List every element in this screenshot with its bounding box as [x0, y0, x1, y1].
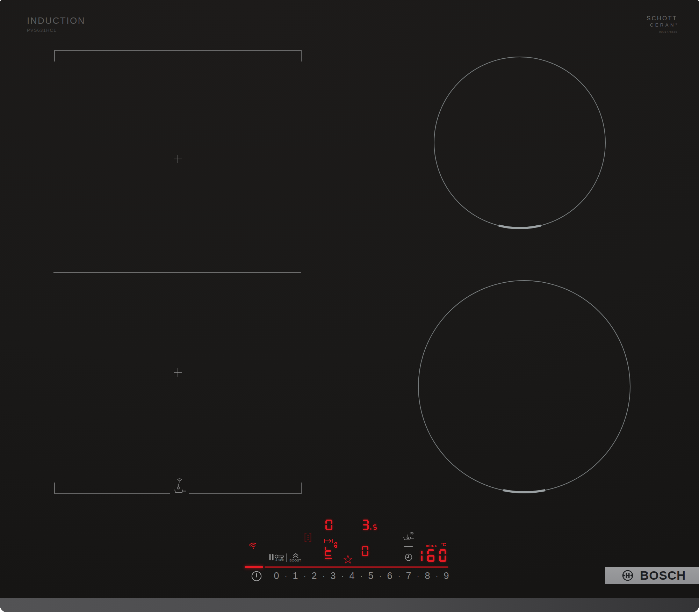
level-dot: ·	[304, 571, 306, 581]
clock-icon[interactable]	[404, 553, 413, 561]
boost-label[interactable]: BOOST	[288, 558, 303, 562]
slider-track[interactable]	[265, 566, 448, 568]
zone-rear-right-outline	[434, 57, 605, 228]
level-key-2[interactable]: 2	[311, 571, 317, 581]
zone-front-right-handle-mark	[503, 490, 545, 492]
level-key-9[interactable]: 9	[444, 571, 449, 581]
timer-unit-label: min:s	[426, 543, 437, 548]
level-dot: ·	[285, 571, 287, 581]
product-stage: INDUCTION PVS631HC1 SCHOTT CERAN® 900177…	[0, 0, 699, 616]
plus-mark-icon	[174, 155, 182, 163]
bosch-logo-text: BOSCH	[640, 569, 686, 582]
bosch-badge: BOSCH	[605, 567, 699, 584]
bosch-armature-icon	[622, 570, 634, 581]
display-thermometer-digit	[334, 542, 337, 548]
pan-sensor-icon[interactable]	[402, 531, 415, 542]
level-key-1[interactable]: 1	[293, 571, 298, 581]
sensor-level-mark	[404, 546, 413, 547]
level-key-6[interactable]: 6	[387, 571, 392, 581]
level-key-5[interactable]: 5	[368, 571, 373, 581]
level-dot: ·	[417, 571, 419, 581]
temperature-unit-label: °C	[441, 542, 446, 547]
level-key-3[interactable]: 3	[330, 571, 336, 581]
display-front-left-status	[325, 546, 332, 556]
move-brackets-icon	[304, 532, 312, 542]
transfer-arrow-icon	[324, 538, 333, 543]
key-lock-hold-label: 4 sec	[272, 558, 287, 562]
level-dot: ·	[341, 571, 344, 581]
level-key-7[interactable]: 7	[406, 571, 411, 581]
level-dot: ·	[323, 571, 325, 581]
panel-divider	[286, 553, 287, 562]
display-rear-right-level	[362, 520, 377, 530]
hob-front-edge	[0, 598, 699, 612]
level-dot: ·	[379, 571, 382, 581]
hob-glass-surface: INDUCTION PVS631HC1 SCHOTT CERAN® 900177…	[0, 0, 699, 612]
boost-chevrons-icon[interactable]	[293, 553, 299, 558]
cooking-zones-graphics	[0, 0, 699, 612]
pan-wifi-sensor-icon	[175, 479, 186, 493]
level-dot: ·	[360, 571, 363, 581]
slider-active-segment[interactable]	[245, 566, 263, 568]
level-key-8[interactable]: 8	[425, 571, 430, 581]
display-front-right-level	[362, 546, 368, 556]
power-icon[interactable]	[251, 571, 262, 582]
star-icon[interactable]	[343, 555, 353, 565]
level-key-0[interactable]: 0	[274, 571, 279, 581]
level-key-4[interactable]: 4	[349, 571, 354, 581]
level-dot: ·	[436, 571, 438, 581]
level-dot: ·	[398, 571, 401, 581]
plus-mark-icon	[174, 368, 182, 377]
flex-zone-rear-left-bracket	[55, 50, 301, 61]
display-temperature	[420, 549, 446, 562]
display-rear-left-level	[325, 520, 332, 530]
zone-front-right-outline	[418, 281, 630, 492]
zone-rear-right-handle-mark	[499, 226, 541, 228]
